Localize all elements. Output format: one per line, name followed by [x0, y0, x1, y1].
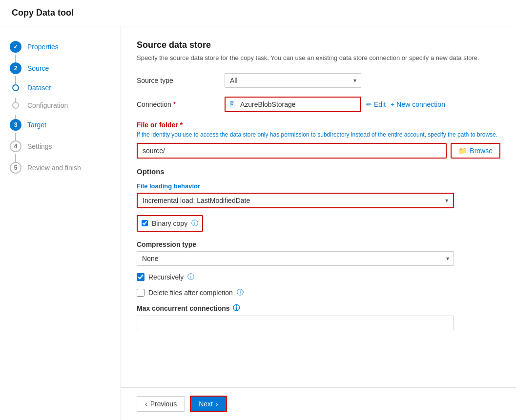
step-circle-target: 3	[10, 119, 21, 131]
file-folder-input-row: 📁 Browse	[137, 143, 500, 159]
new-connection-link[interactable]: + New connection	[391, 100, 445, 108]
next-button[interactable]: Next ›	[190, 396, 227, 412]
browse-label: Browse	[470, 147, 493, 155]
sidebar: ✓ Properties 2 Source Dataset Configurat…	[0, 26, 121, 420]
file-folder-label: File or folder *	[137, 121, 500, 129]
file-folder-hint: If the identity you use to access the da…	[137, 131, 500, 139]
max-connections-label-text: Max concurrent connections	[137, 304, 230, 312]
sidebar-label-dataset: Dataset	[27, 84, 51, 92]
connection-control: 🗄 AzureBlobStorage ✏ Edit + New connecti…	[225, 97, 500, 112]
recursively-info-icon[interactable]: ⓘ	[187, 273, 194, 281]
binary-copy-checkbox[interactable]	[142, 220, 148, 226]
chevron-right-icon: ›	[216, 400, 218, 408]
sidebar-label-review: Review and finish	[27, 164, 81, 172]
compression-select-wrapper: None gzip bzip2 deflate ZipDeflate snapp…	[137, 251, 454, 266]
delete-files-label: Delete files after completion	[148, 289, 233, 297]
options-title: Options	[137, 167, 500, 176]
recursively-label: Recursively	[148, 273, 184, 281]
binary-copy-label: Binary copy	[152, 220, 187, 227]
binary-copy-row: Binary copy ⓘ	[137, 215, 203, 232]
sidebar-label-configuration: Configuration	[27, 101, 68, 109]
new-connection-label: New connection	[396, 100, 445, 108]
source-type-select[interactable]: All Azure Blob Storage Azure Data Lake A…	[225, 73, 361, 88]
source-type-select-wrapper: All Azure Blob Storage Azure Data Lake A…	[225, 73, 361, 88]
recursively-checkbox[interactable]	[137, 273, 144, 281]
file-loading-select-wrapper: Incremental load: LastModifiedDate Load …	[137, 193, 454, 208]
connection-select-wrapper: 🗄 AzureBlobStorage	[225, 97, 361, 112]
file-folder-input[interactable]	[137, 143, 447, 159]
connection-inner-row: 🗄 AzureBlobStorage ✏ Edit + New connecti…	[225, 97, 500, 112]
max-connections-input[interactable]	[137, 316, 454, 330]
main-content: Source data store Specify the source dat…	[121, 26, 516, 420]
max-connections-label: Max concurrent connections ⓘ	[137, 304, 500, 313]
step-circle-dataset	[12, 84, 19, 91]
plus-icon: +	[391, 100, 394, 108]
max-connections-section: Max concurrent connections ⓘ	[137, 304, 500, 330]
step-circle-properties: ✓	[10, 41, 21, 53]
connection-label: Connection	[137, 100, 225, 108]
step-circle-review: 5	[10, 162, 21, 174]
sidebar-label-source: Source	[27, 64, 49, 72]
compression-select[interactable]: None gzip bzip2 deflate ZipDeflate snapp…	[137, 251, 454, 266]
source-type-label: Source type	[137, 77, 225, 84]
source-type-row: Source type All Azure Blob Storage Azure…	[137, 73, 500, 88]
section-title: Source data store	[137, 40, 500, 50]
sidebar-item-settings[interactable]: 4 Settings	[0, 136, 121, 157]
step-circle-configuration	[12, 102, 19, 109]
delete-files-row: Delete files after completion ⓘ	[137, 288, 500, 297]
source-type-control: All Azure Blob Storage Azure Data Lake A…	[225, 73, 500, 88]
delete-files-info-icon[interactable]: ⓘ	[237, 288, 244, 297]
recursively-row: Recursively ⓘ	[137, 273, 500, 281]
file-loading-label: File loading behavior	[137, 182, 500, 190]
next-label: Next	[199, 400, 213, 408]
compression-section: Compression type None gzip bzip2 deflate…	[137, 240, 500, 266]
file-folder-label-text: File or folder	[137, 121, 178, 129]
step-circle-source: 2	[10, 62, 21, 74]
sidebar-item-dataset[interactable]: Dataset	[0, 79, 121, 97]
edit-label: Edit	[374, 100, 386, 108]
sidebar-item-properties[interactable]: ✓ Properties	[0, 36, 121, 58]
chevron-left-icon: ‹	[145, 400, 147, 408]
file-folder-section: File or folder * If the identity you use…	[137, 121, 500, 159]
edit-link[interactable]: ✏ Edit	[366, 100, 386, 108]
sidebar-item-source[interactable]: 2 Source	[0, 58, 121, 79]
compression-label: Compression type	[137, 240, 500, 248]
file-loading-section: File loading behavior Incremental load: …	[137, 182, 500, 208]
sidebar-item-configuration[interactable]: Configuration	[0, 97, 121, 114]
sidebar-label-target: Target	[27, 121, 46, 129]
connection-row: Connection 🗄 AzureBlobStorage ✏ Edit +	[137, 97, 500, 112]
sidebar-item-target[interactable]: 3 Target	[0, 114, 121, 136]
section-desc: Specify the source data store for the co…	[137, 54, 500, 61]
connection-select[interactable]: AzureBlobStorage	[225, 97, 361, 112]
binary-copy-info-icon[interactable]: ⓘ	[191, 219, 198, 228]
previous-label: Previous	[150, 400, 177, 408]
delete-files-checkbox[interactable]	[137, 289, 144, 297]
required-star: *	[178, 121, 183, 129]
footer: ‹ Previous Next ›	[121, 387, 516, 420]
sidebar-item-review[interactable]: 5 Review and finish	[0, 157, 121, 179]
folder-icon: 📁	[458, 147, 467, 155]
step-circle-settings: 4	[10, 140, 21, 152]
app-title: Copy Data tool	[0, 0, 516, 26]
edit-icon: ✏	[366, 100, 372, 108]
browse-button[interactable]: 📁 Browse	[451, 143, 500, 159]
previous-button[interactable]: ‹ Previous	[137, 396, 185, 412]
file-loading-select[interactable]: Incremental load: LastModifiedDate Load …	[138, 194, 453, 207]
sidebar-label-settings: Settings	[27, 142, 52, 150]
max-connections-info-icon[interactable]: ⓘ	[233, 304, 240, 313]
sidebar-label-properties: Properties	[27, 43, 59, 51]
